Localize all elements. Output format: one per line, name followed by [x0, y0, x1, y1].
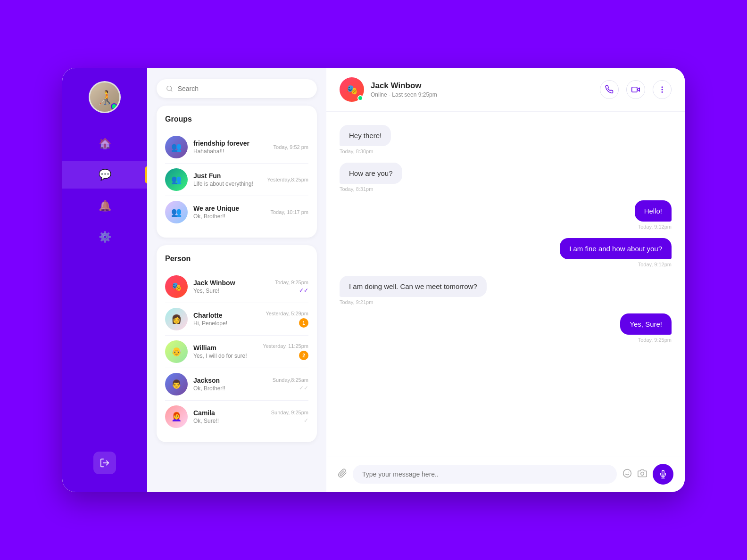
message-bubble-sent-1: Hello! — [635, 200, 672, 222]
more-options-button[interactable] — [653, 80, 672, 99]
video-call-button[interactable] — [626, 80, 645, 99]
camera-button[interactable] — [638, 469, 647, 480]
group-item-friendship-forever[interactable]: 👥 friendship forever Hahahaha!!! Today, … — [165, 131, 308, 164]
middle-panel: Groups 👥 friendship forever Hahahaha!!! … — [147, 68, 326, 492]
message-time-1: Today, 8:30pm — [340, 148, 373, 154]
double-check-icon: ✓✓ — [299, 287, 308, 294]
svg-marker-3 — [637, 88, 639, 91]
unread-badge-william: 2 — [299, 351, 308, 360]
person-avatar-jackson: 👨 — [165, 373, 188, 395]
person-preview-jackson: Ok, Brother!! — [193, 385, 267, 392]
message-time-5: Today, 9:21pm — [340, 299, 373, 305]
group-avatar-1: 👥 — [165, 136, 188, 158]
person-preview-william: Yes, I will do for sure! — [193, 353, 257, 359]
svg-point-5 — [662, 87, 663, 88]
person-item-william[interactable]: 👴 William Yes, I will do for sure! Yeste… — [165, 336, 308, 368]
group-avatar-2: 👥 — [165, 168, 188, 191]
person-meta-william: Yesterday, 11:25pm 2 — [263, 343, 308, 360]
double-check-gray-icon: ✓✓ — [299, 385, 308, 391]
person-item-jack[interactable]: 🎭 Jack Winbow Yes, Sure! Today, 9:25pm ✓… — [165, 271, 308, 303]
online-indicator — [111, 103, 117, 110]
user-avatar[interactable]: 🧑‍🦯 — [89, 81, 121, 113]
group-name-3: We are Unique — [193, 205, 265, 212]
groups-title: Groups — [165, 115, 308, 124]
group-meta-2: Yesterday,8:25pm — [267, 177, 308, 182]
persons-title: Person — [165, 255, 308, 263]
sidebar-nav: 🏠 💬 🔔 ⚙️ — [62, 130, 147, 452]
emoji-icon — [622, 469, 632, 478]
person-name-jack: Jack Winbow — [193, 279, 269, 287]
sidebar: 🧑‍🦯 🏠 💬 🔔 ⚙️ — [62, 68, 147, 492]
app-container: 🧑‍🦯 🏠 💬 🔔 ⚙️ — [62, 68, 685, 492]
group-item-we-are-unique[interactable]: 👥 We are Unique Ok, Brother!! Today, 10:… — [165, 196, 308, 228]
person-time-jack: Today, 9:25pm — [275, 280, 308, 285]
search-icon — [166, 85, 173, 92]
person-preview-charlotte: Hi, Penelope! — [193, 320, 260, 327]
person-time-camila: Sunday, 9:25pm — [271, 410, 308, 415]
messages-area: Hey there! Today, 8:30pm How are you? To… — [326, 112, 685, 456]
search-input[interactable] — [178, 85, 307, 92]
person-time-william: Yesterday, 11:25pm — [263, 343, 308, 349]
person-name-william: William — [193, 344, 257, 352]
message-input[interactable] — [353, 465, 617, 484]
svg-point-7 — [662, 92, 663, 93]
message-bubble-sent-2: I am fine and how about you? — [560, 238, 672, 259]
group-item-just-fun[interactable]: 👥 Just Fun Life is about everything! Yes… — [165, 164, 308, 196]
person-item-jackson[interactable]: 👨 Jackson Ok, Brother!! Sunday,8:25am ✓✓ — [165, 368, 308, 401]
group-meta-1: Today, 9:52 pm — [274, 144, 308, 150]
person-avatar-jack: 🎭 — [165, 275, 188, 298]
microphone-button[interactable] — [653, 464, 673, 485]
notifications-icon: 🔔 — [99, 200, 111, 212]
group-time-3: Today, 10:17 pm — [270, 209, 308, 215]
group-time-2: Yesterday,8:25pm — [267, 177, 308, 182]
phone-icon — [605, 85, 614, 94]
message-time-2: Today, 8:31pm — [340, 186, 373, 192]
person-meta-charlotte: Yesterday, 5:29pm 1 — [266, 311, 308, 328]
person-avatar-charlotte: 👩 — [165, 308, 188, 330]
emoji-button[interactable] — [622, 469, 632, 480]
person-info-jackson: Jackson Ok, Brother!! — [193, 377, 267, 392]
person-info-charlotte: Charlotte Hi, Penelope! — [193, 312, 260, 327]
voice-call-button[interactable] — [600, 80, 619, 99]
contact-name: Jack Winbow — [371, 81, 600, 91]
person-time-charlotte: Yesterday, 5:29pm — [266, 311, 308, 316]
person-meta-jack: Today, 9:25pm ✓✓ — [275, 280, 308, 294]
logout-button[interactable] — [93, 452, 116, 474]
person-item-charlotte[interactable]: 👩 Charlotte Hi, Penelope! Yesterday, 5:2… — [165, 303, 308, 336]
person-time-jackson: Sunday,8:25am — [273, 377, 308, 383]
chat-input-bar — [326, 456, 685, 492]
groups-section: Groups 👥 friendship forever Hahahaha!!! … — [157, 106, 317, 238]
group-name-2: Just Fun — [193, 172, 262, 180]
group-preview-3: Ok, Brother!! — [193, 213, 265, 220]
home-icon: 🏠 — [99, 138, 111, 150]
group-meta-3: Today, 10:17 pm — [270, 209, 308, 215]
sidebar-item-home[interactable]: 🏠 — [62, 130, 147, 157]
contact-online-dot — [357, 95, 363, 101]
person-meta-camila: Sunday, 9:25pm ✓ — [271, 410, 308, 424]
chat-header: 🎭 Jack Winbow Online - Last seen 9:25pm — [326, 68, 685, 112]
person-item-camila[interactable]: 👩‍🦰 Camila Ok, Sure!! Sunday, 9:25pm ✓ — [165, 401, 308, 433]
group-info-1: friendship forever Hahahaha!!! — [193, 140, 268, 155]
message-time-4: Today, 9:12pm — [638, 262, 672, 267]
person-meta-jackson: Sunday,8:25am ✓✓ — [273, 377, 308, 391]
group-preview-1: Hahahaha!!! — [193, 148, 268, 155]
svg-line-2 — [171, 90, 172, 91]
sidebar-item-messages[interactable]: 💬 — [62, 161, 147, 189]
sidebar-item-notifications[interactable]: 🔔 — [62, 192, 147, 220]
chat-header-actions — [600, 80, 672, 99]
attach-button[interactable] — [338, 469, 347, 480]
message-i-am-fine: I am fine and how about you? Today, 9:12… — [340, 238, 672, 267]
message-yes-sure: Yes, Sure! Today, 9:25pm — [340, 313, 672, 343]
sidebar-item-settings[interactable]: ⚙️ — [62, 223, 147, 251]
group-name-1: friendship forever — [193, 140, 268, 147]
video-icon — [631, 85, 640, 94]
message-time-6: Today, 9:25pm — [638, 337, 672, 343]
group-avatar-3: 👥 — [165, 201, 188, 223]
message-bubble-received-1: Hey there! — [340, 125, 391, 146]
message-hey-there: Hey there! Today, 8:30pm — [340, 125, 672, 154]
person-name-jackson: Jackson — [193, 377, 267, 384]
chat-contact-info: Jack Winbow Online - Last seen 9:25pm — [371, 81, 600, 98]
group-info-3: We are Unique Ok, Brother!! — [193, 205, 265, 220]
mic-icon — [659, 470, 667, 478]
search-bar — [157, 79, 317, 98]
